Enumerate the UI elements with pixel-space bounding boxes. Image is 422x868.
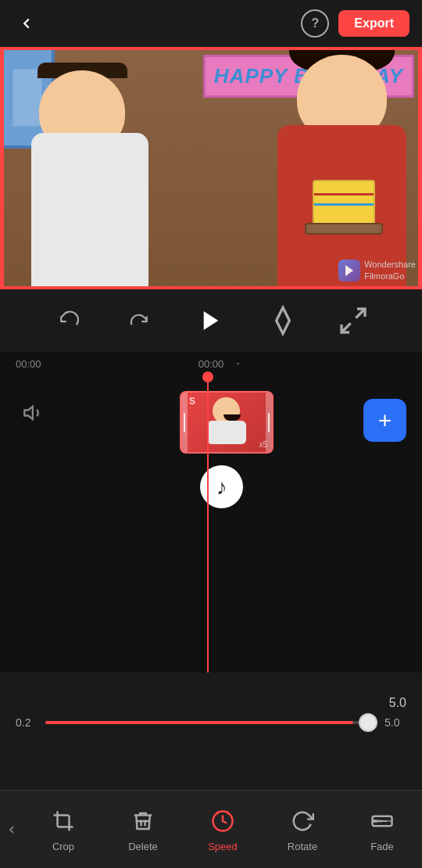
rotate-icon-container xyxy=(288,806,317,836)
add-media-button[interactable]: + xyxy=(363,399,406,442)
svg-marker-1 xyxy=(204,311,219,330)
watermark-text: Wondershare FilmoraGo xyxy=(364,259,416,282)
redo-button[interactable] xyxy=(123,305,155,336)
video-preview: HAPPY BIRTHDAY xyxy=(0,47,422,289)
delete-icon-container xyxy=(128,806,158,836)
slider-fill xyxy=(45,721,353,724)
chevron-left-icon xyxy=(5,823,18,836)
fullscreen-button[interactable] xyxy=(338,305,369,336)
back-icon xyxy=(18,15,35,32)
play-button[interactable] xyxy=(194,303,228,338)
export-button[interactable]: Export xyxy=(338,10,409,37)
app-header: ? Export xyxy=(0,0,422,47)
playback-controls xyxy=(0,289,422,352)
slider-area: 5.0 0.2 5.0 xyxy=(0,688,422,755)
clip-bottom-text: x5 xyxy=(259,440,267,449)
slider-top-row: 5.0 xyxy=(16,696,406,710)
crop-label: Crop xyxy=(52,841,74,852)
playhead[interactable] xyxy=(207,375,209,673)
handle-line-left xyxy=(184,413,185,432)
crop-border-right xyxy=(418,47,422,289)
svg-line-3 xyxy=(342,323,351,332)
video-clip-track[interactable]: S x5 xyxy=(180,391,274,454)
slider-max-value: 5.0 xyxy=(389,696,406,710)
clip-character xyxy=(207,397,246,448)
slider-current-value: 5.0 xyxy=(384,716,406,729)
audio-track-icon xyxy=(20,399,47,426)
bottom-toolbar: Crop Delete xyxy=(0,790,422,868)
time-label-center: 00:00 xyxy=(198,358,224,370)
undo-icon xyxy=(59,310,79,331)
slider-row: 0.2 5.0 xyxy=(16,716,406,729)
keyframe-icon xyxy=(267,305,299,336)
keyframe-button[interactable] xyxy=(267,305,299,336)
header-right: ? Export xyxy=(301,9,409,38)
fade-icon-container xyxy=(367,806,397,836)
toolbar-items: Crop Delete xyxy=(23,806,422,852)
svg-line-2 xyxy=(356,309,365,318)
clip-body xyxy=(207,421,246,444)
fade-label: Fade xyxy=(370,841,394,852)
play-icon xyxy=(198,308,224,333)
toolbar-item-speed[interactable]: Speed xyxy=(199,806,246,852)
clip-mustache xyxy=(224,414,241,421)
slider-min-label: 0.2 xyxy=(16,716,38,729)
speed-icon-container xyxy=(208,806,238,836)
audio-icon xyxy=(23,402,45,424)
crop-border-left xyxy=(0,47,4,289)
music-note-icon: ♪ xyxy=(216,475,227,500)
slider-track[interactable] xyxy=(45,721,377,724)
time-label-start: 00:00 xyxy=(16,358,41,370)
clip-label: S xyxy=(189,396,195,407)
rotate-label: Rotate xyxy=(288,841,317,852)
toolbar-item-fade[interactable]: Fade xyxy=(359,806,406,852)
redo-icon xyxy=(129,310,149,331)
crop-icon xyxy=(52,809,75,833)
character-bob xyxy=(16,78,180,289)
delete-icon xyxy=(131,809,155,833)
svg-marker-0 xyxy=(345,265,353,276)
cake-plate xyxy=(305,180,383,242)
fade-icon xyxy=(370,809,394,833)
speed-icon xyxy=(211,809,234,833)
scene-background: HAPPY BIRTHDAY xyxy=(0,47,422,289)
watermark-icon xyxy=(338,260,360,282)
toolbar-item-delete[interactable]: Delete xyxy=(120,806,166,852)
toolbar-scroll-left[interactable] xyxy=(0,791,23,868)
rotate-icon xyxy=(291,809,314,833)
fullscreen-icon xyxy=(338,305,369,336)
crop-icon-container xyxy=(48,806,78,836)
time-dot: · xyxy=(236,355,240,371)
timeline-area: 00:00 00:00 · xyxy=(0,352,422,673)
delete-label: Delete xyxy=(128,841,158,852)
tracks-container: S x5 ♪ + xyxy=(0,375,422,532)
filmora-icon xyxy=(342,264,356,278)
plate xyxy=(305,223,383,235)
watermark: Wondershare FilmoraGo xyxy=(338,259,416,282)
cake xyxy=(313,180,375,227)
toolbar-item-rotate[interactable]: Rotate xyxy=(279,806,326,852)
undo-button[interactable] xyxy=(53,305,84,336)
bob-body xyxy=(31,133,148,289)
handle-line-right xyxy=(268,413,270,432)
help-button[interactable]: ? xyxy=(301,9,329,38)
slider-thumb[interactable] xyxy=(359,713,377,732)
clip-handle-left[interactable] xyxy=(181,393,188,452)
toolbar-item-crop[interactable]: Crop xyxy=(40,806,87,852)
speed-label: Speed xyxy=(208,841,238,852)
back-button[interactable] xyxy=(13,9,41,38)
svg-marker-4 xyxy=(24,406,32,418)
crop-border-top xyxy=(0,47,422,50)
